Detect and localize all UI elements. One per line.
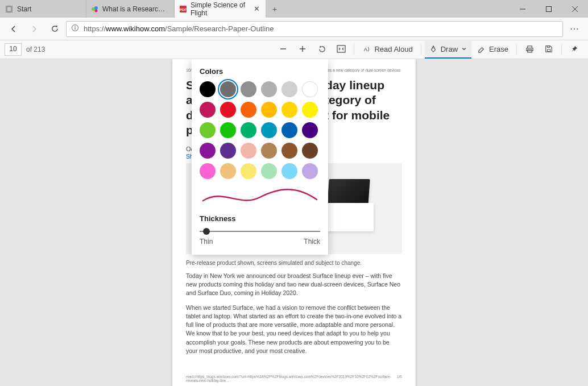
color-swatch[interactable]	[261, 102, 277, 118]
window-controls	[510, 0, 588, 18]
page-number-input[interactable]: 10	[5, 43, 22, 56]
slider-thumb[interactable]	[203, 228, 210, 235]
svg-point-13	[74, 26, 76, 27]
thin-label: Thin	[200, 238, 213, 246]
tab-start[interactable]: Start	[0, 0, 86, 18]
draw-button[interactable]: Draw	[425, 41, 471, 59]
pdf-icon: PDF	[179, 5, 187, 14]
color-swatch[interactable]	[241, 143, 256, 159]
save-button[interactable]	[540, 41, 558, 59]
titlebar: Start What is a Research paper? PDF Simp…	[0, 0, 588, 18]
address-bar[interactable]: https://www.wikihow.com/Sample/Research-…	[66, 21, 563, 37]
article-paragraph-2: When we started Surface, we had a vision…	[186, 304, 402, 355]
color-swatch[interactable]	[241, 163, 256, 179]
color-swatch[interactable]	[241, 122, 256, 138]
color-swatch[interactable]	[302, 122, 318, 138]
svg-rect-17	[337, 45, 345, 52]
pin-button[interactable]	[565, 41, 583, 59]
color-swatch[interactable]	[220, 122, 236, 138]
color-swatch[interactable]	[261, 163, 277, 179]
erase-button[interactable]: Erase	[473, 41, 513, 59]
page-footer-num: 1/6	[397, 375, 402, 383]
url-text: https://www.wikihow.com/Sample/Research-…	[84, 24, 274, 33]
draw-popover: Colors Thickness Thin Thick	[192, 59, 328, 255]
more-menu-button[interactable]: ⋯	[565, 20, 583, 38]
color-swatch[interactable]	[200, 122, 216, 138]
zoom-in-button[interactable]	[293, 41, 312, 59]
color-swatch[interactable]	[261, 143, 277, 159]
zoom-out-button[interactable]	[274, 41, 292, 59]
color-swatch[interactable]	[302, 81, 318, 97]
color-swatch[interactable]	[281, 102, 297, 118]
back-button[interactable]	[5, 20, 23, 38]
color-swatch[interactable]	[241, 81, 256, 97]
color-swatch[interactable]	[220, 143, 236, 159]
svg-rect-20	[527, 45, 532, 48]
pdf-viewer[interactable]: 10/18/2019 Surface reveals new holiday l…	[0, 59, 588, 386]
close-tab-icon[interactable]: ✕	[254, 5, 260, 13]
color-swatch[interactable]	[281, 81, 297, 97]
page-total-label: of 213	[26, 45, 45, 53]
new-tab-button[interactable]: +	[266, 0, 284, 18]
stroke-preview	[200, 187, 320, 206]
color-swatch[interactable]	[281, 122, 297, 138]
article-paragraph-1: Today in New York we announced our broad…	[186, 272, 402, 298]
chevron-down-icon	[461, 46, 467, 52]
color-swatch[interactable]	[281, 143, 297, 159]
site-info-icon[interactable]	[71, 24, 79, 34]
tab-label: Start	[17, 5, 31, 13]
edge-icon	[5, 5, 14, 14]
color-swatch[interactable]	[200, 102, 216, 118]
tab-research-paper[interactable]: What is a Research paper?	[86, 0, 175, 18]
color-swatch[interactable]	[261, 81, 277, 97]
read-aloud-button[interactable]: ARead Aloud	[358, 41, 417, 59]
svg-rect-24	[547, 46, 549, 48]
thickness-slider[interactable]	[200, 227, 320, 235]
color-swatch[interactable]	[200, 163, 216, 179]
color-swatch[interactable]	[220, 102, 236, 118]
tab-label: What is a Research paper?	[102, 5, 168, 13]
image-caption: Pre-release product shown, screens simul…	[186, 260, 402, 266]
color-swatch[interactable]	[200, 143, 216, 159]
color-swatch[interactable]	[220, 163, 236, 179]
page-footer-url: read://https_blogs.windows.com/?url=http…	[186, 375, 397, 383]
thick-label: Thick	[304, 238, 320, 246]
tab-label: Simple Science of Flight	[191, 1, 250, 17]
navbar: https://www.wikihow.com/Sample/Research-…	[0, 18, 588, 40]
color-swatch[interactable]	[220, 81, 236, 97]
thickness-heading: Thickness	[200, 214, 320, 223]
color-swatch[interactable]	[241, 102, 256, 118]
refresh-button[interactable]	[45, 20, 64, 38]
svg-point-4	[95, 9, 98, 12]
color-swatch[interactable]	[302, 143, 318, 159]
maximize-button[interactable]	[536, 0, 562, 18]
pdf-toolbar: 10 of 213 ARead Aloud Draw Erase	[0, 40, 588, 59]
color-swatch[interactable]	[281, 163, 297, 179]
svg-text:PDF: PDF	[180, 8, 187, 11]
color-swatch[interactable]	[200, 81, 216, 97]
svg-rect-1	[7, 7, 11, 11]
minimize-button[interactable]	[510, 0, 536, 18]
forward-button[interactable]	[25, 20, 43, 38]
color-swatch[interactable]	[261, 122, 277, 138]
svg-rect-8	[546, 6, 552, 11]
tab-simple-science[interactable]: PDF Simple Science of Flight ✕	[175, 0, 266, 18]
svg-point-3	[94, 6, 98, 10]
color-swatch[interactable]	[302, 163, 318, 179]
svg-text:A: A	[364, 47, 368, 52]
fit-page-button[interactable]	[332, 41, 350, 59]
wikihow-icon	[91, 5, 99, 14]
svg-rect-23	[547, 49, 550, 52]
color-swatch[interactable]	[302, 102, 318, 118]
print-button[interactable]	[520, 41, 539, 59]
rotate-button[interactable]	[313, 41, 331, 59]
color-swatch-grid	[200, 81, 320, 179]
close-window-button[interactable]	[562, 0, 588, 18]
colors-heading: Colors	[200, 67, 320, 76]
